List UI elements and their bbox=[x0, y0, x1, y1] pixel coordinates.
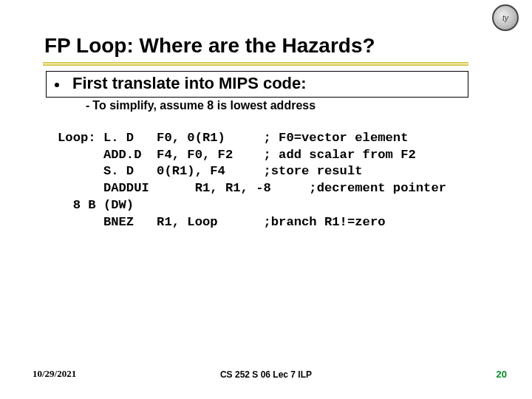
dash-icon: - bbox=[86, 99, 89, 112]
bullet-sub: -To simplify, assume 8 is lowest address bbox=[86, 99, 316, 112]
footer-center: CS 252 S 06 Lec 7 ILP bbox=[0, 369, 532, 380]
slide: ty FP Loop: Where are the Hazards? First… bbox=[0, 0, 532, 399]
seal-glyph: ty bbox=[502, 14, 508, 22]
footer-page-number: 20 bbox=[497, 369, 507, 380]
title-underline bbox=[43, 62, 468, 66]
bullet-primary: First translate into MIPS code: bbox=[55, 74, 307, 93]
seal-icon: ty bbox=[492, 4, 519, 31]
code-block: Loop: L. D F0, 0(R1) ; F0=vector element… bbox=[58, 130, 446, 231]
bullet-text: First translate into MIPS code: bbox=[72, 74, 307, 93]
slide-title: FP Loop: Where are the Hazards? bbox=[44, 34, 375, 58]
bullet-dot-icon bbox=[55, 83, 59, 87]
sub-text: To simplify, assume 8 is lowest address bbox=[92, 99, 316, 112]
